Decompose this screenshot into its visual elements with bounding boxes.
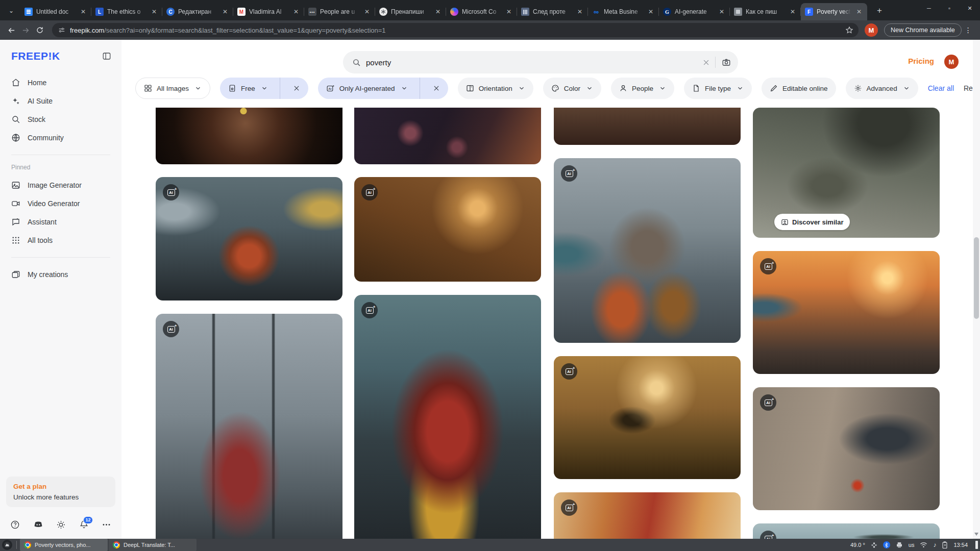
theme-sun-icon[interactable] — [56, 520, 66, 530]
remove-free-filter-icon[interactable] — [285, 78, 308, 99]
tab-list-chevron-icon[interactable]: ⌄ — [4, 4, 18, 18]
result-image[interactable]: Ai — [554, 158, 741, 343]
filter-chip-advanced[interactable]: Advanced — [846, 78, 918, 99]
tab-close-icon[interactable]: ✕ — [505, 8, 513, 16]
keyboard-layout-indicator[interactable]: us — [909, 542, 915, 548]
scrollbar-down-arrow-icon[interactable] — [974, 533, 978, 536]
result-image[interactable]: Ai — [554, 356, 741, 479]
result-image[interactable]: Ai — [156, 314, 342, 539]
tab-untitled-doc[interactable]: Untitled doc ✕ — [20, 3, 91, 20]
tab-prenapishi[interactable]: Пренапиши ✕ — [375, 3, 446, 20]
result-image-hovered[interactable]: Discover similar — [753, 108, 940, 238]
chrome-update-chip[interactable]: New Chrome available — [884, 23, 962, 37]
tab-vladimira[interactable]: M Vladimira Al ✕ — [233, 3, 304, 20]
printer-icon[interactable] — [896, 542, 903, 548]
clear-search-icon[interactable] — [697, 59, 715, 66]
sidebar-item-home[interactable]: Home — [0, 73, 121, 92]
get-a-plan-card[interactable]: Get a plan Unlock more features — [6, 477, 115, 507]
result-image[interactable] — [354, 108, 541, 164]
result-image[interactable]: Ai — [156, 177, 342, 300]
tab-close-icon[interactable]: ✕ — [150, 8, 158, 16]
tab-close-icon[interactable]: ✕ — [79, 8, 87, 16]
pricing-link[interactable]: Pricing — [908, 57, 934, 65]
wifi-icon[interactable] — [920, 542, 927, 548]
site-info-icon[interactable] — [58, 27, 65, 34]
tab-people-are[interactable]: ••• People are u ✕ — [304, 3, 375, 20]
tab-redaktiran[interactable]: C Редактиран ✕ — [162, 3, 233, 20]
bookmark-star-icon[interactable] — [845, 26, 853, 34]
collapse-sidebar-icon[interactable] — [102, 52, 111, 61]
filter-chip-orientation[interactable]: Orientation — [458, 78, 533, 99]
discord-icon[interactable] — [33, 519, 43, 530]
sidebar-item-all-tools[interactable]: All tools — [0, 231, 121, 249]
notifications-bell-icon[interactable]: 12 — [79, 520, 89, 530]
tab-close-icon[interactable]: ✕ — [576, 8, 584, 16]
tab-close-icon[interactable]: ✕ — [221, 8, 229, 16]
search-bar[interactable] — [343, 51, 738, 73]
taskbar-window-poverty[interactable]: Poverty vectors, pho... — [20, 539, 108, 551]
filter-chip-editable-online[interactable]: Editable online — [762, 78, 836, 99]
sidebar-item-assistant[interactable]: Assistant — [0, 213, 121, 231]
account-avatar[interactable]: M — [944, 55, 959, 69]
tab-close-icon[interactable]: ✕ — [718, 8, 726, 16]
discover-similar-button[interactable]: Discover similar — [774, 214, 850, 230]
tab-close-icon[interactable]: ✕ — [434, 8, 442, 16]
start-menu-button[interactable] — [2, 540, 12, 550]
reload-button[interactable] — [33, 23, 47, 37]
filter-chip-people[interactable]: People — [611, 78, 674, 99]
all-images-dropdown[interactable]: All Images — [135, 78, 210, 99]
result-image[interactable] — [156, 108, 342, 164]
result-image[interactable]: Ai — [753, 387, 940, 510]
browser-menu-icon[interactable]: ⋮ — [965, 26, 972, 34]
search-by-image-camera-icon[interactable] — [716, 58, 731, 67]
sidebar-item-ai-suite[interactable]: AI Suite — [0, 92, 121, 110]
tab-close-icon[interactable]: ✕ — [789, 8, 797, 16]
filter-chip-file-type[interactable]: File type — [684, 78, 752, 99]
taskbar-window-deepl[interactable]: DeepL Translate: T... — [109, 539, 197, 551]
pinwheel-icon[interactable] — [871, 542, 877, 548]
clear-all-link[interactable]: Clear all — [928, 84, 954, 92]
result-image[interactable]: Ai — [753, 251, 940, 374]
audio-player-icon[interactable]: ♪ — [933, 541, 936, 548]
tab-close-icon[interactable]: ✕ — [292, 8, 300, 16]
url-bar[interactable]: freepik.com/search?ai=only&format=search… — [52, 23, 859, 37]
result-image[interactable] — [554, 108, 741, 145]
tab-kak-se-pishe[interactable]: Как се пиш ✕ — [730, 3, 801, 20]
tab-the-ethics[interactable]: L The ethics o ✕ — [91, 3, 162, 20]
result-image[interactable]: Ai — [354, 177, 541, 282]
tab-close-icon[interactable]: ✕ — [855, 8, 863, 16]
minimize-button[interactable]: ─ — [919, 0, 939, 16]
help-icon[interactable] — [10, 520, 20, 530]
freepik-logo[interactable]: FREEP!K — [11, 50, 60, 62]
scrollbar-thumb[interactable] — [974, 237, 979, 319]
tab-poverty-active[interactable]: F Poverty vect ✕ — [801, 3, 867, 20]
sidebar-item-my-creations[interactable]: My creations — [0, 265, 121, 284]
sidebar-item-stock[interactable]: Stock — [0, 110, 121, 129]
result-image[interactable]: Ai — [354, 295, 541, 539]
tab-close-icon[interactable]: ✕ — [363, 8, 371, 16]
result-image[interactable]: Ai — [554, 492, 741, 539]
sidebar-item-community[interactable]: Community — [0, 129, 121, 147]
remove-ai-filter-icon[interactable] — [425, 78, 448, 99]
filter-chip-free[interactable]: Free — [220, 78, 308, 99]
tab-microsoft-copilot[interactable]: Microsoft Co ✕ — [446, 3, 517, 20]
tab-meta-business[interactable]: ∞ Meta Busine ✕ — [588, 3, 659, 20]
forward-button[interactable] — [18, 23, 33, 37]
new-tab-button[interactable]: + — [872, 4, 887, 18]
sidebar-item-video-generator[interactable]: Video Generator — [0, 194, 121, 213]
maximize-button[interactable]: ▫ — [939, 0, 960, 16]
tab-close-icon[interactable]: ✕ — [647, 8, 655, 16]
show-desktop-button[interactable] — [975, 541, 978, 549]
page-scrollbar[interactable] — [973, 40, 980, 539]
bluetooth-icon[interactable] — [883, 541, 890, 548]
back-button[interactable] — [4, 23, 18, 37]
more-options-icon[interactable] — [102, 520, 111, 530]
close-window-button[interactable]: ✕ — [960, 0, 980, 16]
result-image[interactable]: Ai — [753, 523, 940, 539]
filter-chip-color[interactable]: Color — [543, 78, 601, 99]
sidebar-item-image-generator[interactable]: Image Generator — [0, 176, 121, 194]
tab-ai-generated[interactable]: G AI-generate ✕ — [659, 3, 730, 20]
search-input[interactable] — [366, 58, 697, 67]
filter-chip-only-ai-generated[interactable]: Ai Only AI-generated — [318, 78, 448, 99]
tab-sled-prote[interactable]: След проте ✕ — [517, 3, 588, 20]
